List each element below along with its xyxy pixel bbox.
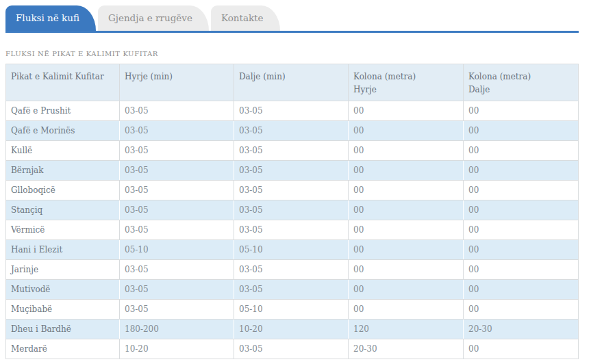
cell-kolona-dalje: 00 [464, 141, 579, 161]
cell-kolona-dalje: 00 [464, 101, 579, 121]
cell-kolona-dalje: 00 [464, 280, 579, 300]
table-body: Qafë e Prushit 03-05 03-05 00 00 Qafë e … [6, 101, 579, 359]
cell-kolona-hyrje: 00 [349, 121, 464, 141]
cell-hyrje-min: 03-05 [120, 280, 234, 300]
cell-hyrje-min: 03-05 [120, 260, 234, 280]
header-line2 [125, 83, 234, 96]
table-row: Glloboqicë 03-05 03-05 00 00 [6, 181, 579, 200]
page: Fluksi në kufi Gjendja e rrugëve Kontakt… [0, 5, 591, 364]
table-row: Bërnjak 03-05 03-05 00 00 [6, 161, 579, 181]
cell-hyrje-min: 180-200 [120, 320, 234, 339]
cell-kolona-dalje: 00 [464, 121, 579, 141]
col-header-hyrje-min: Hyrje (min) [120, 64, 234, 101]
col-header-pikat: Pikat e Kalimit Kufitar [6, 64, 120, 101]
section-title: FLUKSI NË PIKAT E KALIMIT KUFITAR [5, 50, 591, 57]
cell-crossing-name: Jarinje [6, 260, 120, 280]
tab-label: Fluksi në kufi [16, 12, 79, 23]
cell-dalje-min: 03-05 [234, 280, 349, 300]
cell-crossing-name: Hani i Elezit [6, 240, 120, 260]
cell-dalje-min: 03-05 [234, 161, 349, 181]
table-row: Jarinje 03-05 03-05 00 00 [6, 260, 579, 280]
col-header-dalje-min: Dalje (min) [234, 64, 349, 101]
cell-hyrje-min: 03-05 [120, 101, 234, 121]
cell-dalje-min: 05-10 [234, 300, 349, 320]
col-header-kolona-hyrje: Kolona (metra) Hyrje [349, 64, 464, 101]
header-line2: Hyrje [353, 83, 463, 96]
tab-fluksi-ne-kufi[interactable]: Fluksi në kufi [5, 5, 96, 31]
table-row: Qafë e Prushit 03-05 03-05 00 00 [6, 101, 579, 121]
cell-dalje-min: 03-05 [234, 220, 349, 240]
cell-kolona-dalje: 00 [464, 240, 579, 260]
cell-hyrje-min: 03-05 [120, 121, 234, 141]
table-row: Qafë e Morinës 03-05 03-05 00 00 [6, 121, 579, 141]
table-row: Vërmicë 03-05 03-05 00 00 [6, 220, 579, 240]
cell-crossing-name: Qafë e Prushit [6, 101, 120, 121]
header-line1: Pikat e Kalimit Kufitar [11, 70, 119, 83]
table-header: Pikat e Kalimit Kufitar Hyrje (min) Dalj… [6, 64, 579, 101]
cell-dalje-min: 10-20 [234, 320, 349, 339]
cell-crossing-name: Dheu i Bardhë [6, 320, 120, 339]
cell-kolona-hyrje: 00 [349, 181, 464, 200]
tab-gjendja-e-rrugeve[interactable]: Gjendja e rrugëve [98, 5, 209, 31]
tab-bar: Fluksi në kufi Gjendja e rrugëve Kontakt… [5, 5, 579, 33]
cell-crossing-name: Kullë [6, 141, 120, 161]
cell-hyrje-min: 03-05 [120, 220, 234, 240]
cell-dalje-min: 03-05 [234, 181, 349, 200]
header-line1: Dalje (min) [239, 70, 348, 83]
cell-dalje-min: 03-05 [234, 260, 349, 280]
table-row: Dheu i Bardhë 180-200 10-20 120 20-30 [6, 320, 579, 339]
cell-dalje-min: 03-05 [234, 121, 349, 141]
cell-kolona-hyrje: 00 [349, 101, 464, 121]
cell-dalje-min: 05-10 [234, 240, 349, 260]
table-row: Stançiq 03-05 03-05 00 00 [6, 200, 579, 220]
table-header-row: Pikat e Kalimit Kufitar Hyrje (min) Dalj… [6, 64, 579, 101]
cell-kolona-hyrje: 20-30 [349, 339, 464, 359]
table-row: Hani i Elezit 05-10 05-10 00 00 [6, 240, 579, 260]
table-row: Kullë 03-05 03-05 00 00 [6, 141, 579, 161]
cell-kolona-dalje: 00 [464, 161, 579, 181]
cell-hyrje-min: 03-05 [120, 300, 234, 320]
border-flow-table: Pikat e Kalimit Kufitar Hyrje (min) Dalj… [5, 64, 579, 359]
header-line2: Dalje [468, 83, 578, 96]
cell-kolona-hyrje: 00 [349, 220, 464, 240]
tab-label: Kontakte [221, 12, 264, 23]
table-row: Muçibabë 03-05 05-10 00 00 [6, 300, 579, 320]
cell-dalje-min: 03-05 [234, 141, 349, 161]
cell-kolona-hyrje: 00 [349, 141, 464, 161]
header-line2 [239, 83, 348, 96]
table-row: Mutivodë 03-05 03-05 00 00 [6, 280, 579, 300]
cell-dalje-min: 03-05 [234, 200, 349, 220]
cell-kolona-hyrje: 00 [349, 300, 464, 320]
cell-crossing-name: Qafë e Morinës [6, 121, 120, 141]
cell-hyrje-min: 10-20 [120, 339, 234, 359]
cell-dalje-min: 03-05 [234, 339, 349, 359]
col-header-kolona-dalje: Kolona (metra) Dalje [464, 64, 579, 101]
header-line1: Kolona (metra) [353, 70, 463, 83]
cell-kolona-hyrje: 00 [349, 280, 464, 300]
table-row: Merdarë 10-20 03-05 20-30 00 [6, 339, 579, 359]
cell-kolona-hyrje: 00 [349, 260, 464, 280]
cell-crossing-name: Glloboqicë [6, 181, 120, 200]
cell-crossing-name: Merdarë [6, 339, 120, 359]
cell-kolona-dalje: 20-30 [464, 320, 579, 339]
cell-kolona-dalje: 00 [464, 260, 579, 280]
header-line1: Kolona (metra) [468, 70, 578, 83]
cell-hyrje-min: 03-05 [120, 200, 234, 220]
cell-hyrje-min: 03-05 [120, 161, 234, 181]
cell-kolona-hyrje: 00 [349, 200, 464, 220]
cell-hyrje-min: 03-05 [120, 141, 234, 161]
cell-crossing-name: Vërmicë [6, 220, 120, 240]
cell-kolona-dalje: 00 [464, 339, 579, 359]
tab-kontakte[interactable]: Kontakte [211, 5, 280, 31]
cell-kolona-dalje: 00 [464, 220, 579, 240]
cell-crossing-name: Stançiq [6, 200, 120, 220]
cell-hyrje-min: 05-10 [120, 240, 234, 260]
cell-kolona-dalje: 00 [464, 181, 579, 200]
cell-kolona-dalje: 00 [464, 300, 579, 320]
cell-kolona-hyrje: 00 [349, 240, 464, 260]
tab-label: Gjendja e rrugëve [108, 12, 192, 23]
cell-dalje-min: 03-05 [234, 101, 349, 121]
cell-crossing-name: Muçibabë [6, 300, 120, 320]
cell-kolona-hyrje: 00 [349, 161, 464, 181]
cell-kolona-hyrje: 120 [349, 320, 464, 339]
